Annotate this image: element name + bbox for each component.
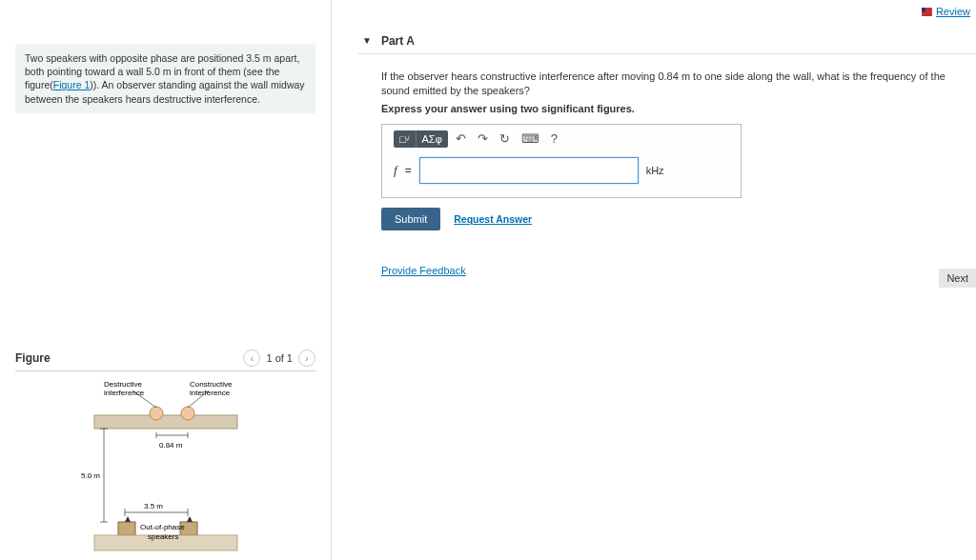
question-body: If the observer hears constructive inter…	[358, 54, 976, 276]
figure-image: Destructive interference Constructive in…	[15, 379, 315, 560]
figure-panel: Figure ‹ 1 of 1 › Destructive	[15, 350, 315, 560]
review-link[interactable]: Review	[922, 6, 970, 17]
svg-rect-21	[118, 522, 135, 535]
submit-button[interactable]: Submit	[381, 208, 440, 230]
svg-rect-0	[94, 415, 237, 429]
figure-next-button[interactable]: ›	[298, 350, 315, 367]
equals-sign: =	[405, 164, 412, 177]
provide-feedback-link[interactable]: Provide Feedback	[381, 265, 466, 276]
help-icon[interactable]: ?	[547, 131, 561, 146]
figure-counter: 1 of 1	[266, 352, 293, 364]
answer-toolbar: □√ ΑΣφ ↶ ↷ ↻ ⌨ ?	[390, 130, 733, 148]
collapse-caret-icon: ▼	[362, 35, 372, 46]
variable-label: f	[394, 163, 397, 178]
request-answer-link[interactable]: Request Answer	[454, 213, 532, 225]
svg-marker-24	[187, 516, 193, 522]
question-instruction: Express your answer using two significan…	[381, 103, 966, 114]
problem-statement: Two speakers with opposite phase are pos…	[15, 44, 315, 113]
reset-icon[interactable]: ↻	[496, 131, 514, 146]
svg-point-2	[181, 407, 194, 420]
question-text: If the observer hears constructive inter…	[381, 70, 966, 99]
svg-text:Constructive: Constructive	[190, 380, 233, 389]
flag-icon	[922, 8, 932, 16]
svg-marker-22	[125, 516, 131, 522]
svg-text:3.5 m: 3.5 m	[144, 502, 163, 510]
undo-icon[interactable]: ↶	[452, 131, 470, 146]
next-button[interactable]: Next	[939, 269, 976, 288]
left-panel: Two speakers with opposite phase are pos…	[0, 0, 332, 560]
tool-template-icon[interactable]: □√	[394, 130, 417, 148]
part-a-label: Part A	[381, 34, 415, 48]
svg-text:0.84 m: 0.84 m	[159, 441, 183, 450]
unit-label: kHz	[646, 165, 664, 176]
answer-box: □√ ΑΣφ ↶ ↷ ↻ ⌨ ? f = kHz	[381, 124, 742, 198]
figure-title: Figure	[15, 351, 51, 365]
figure-header: Figure ‹ 1 of 1 ›	[15, 350, 315, 371]
right-panel: Review ▼ Part A If the observer hears co…	[332, 0, 976, 560]
answer-input[interactable]	[419, 157, 639, 184]
svg-text:interference: interference	[190, 389, 231, 397]
tool-symbols-icon[interactable]: ΑΣφ	[417, 130, 448, 148]
svg-point-1	[150, 407, 163, 420]
figure-nav: ‹ 1 of 1 ›	[243, 350, 315, 367]
redo-icon[interactable]: ↷	[474, 131, 492, 146]
svg-text:Out-of-phase: Out-of-phase	[140, 523, 185, 531]
svg-rect-29	[922, 8, 925, 12]
keyboard-icon[interactable]: ⌨	[518, 131, 543, 146]
part-a-header[interactable]: ▼ Part A	[358, 25, 976, 54]
figure-prev-button[interactable]: ‹	[243, 350, 260, 367]
svg-text:Destructive: Destructive	[104, 380, 143, 389]
svg-text:interference: interference	[104, 389, 145, 397]
svg-text:5.0 m: 5.0 m	[81, 471, 100, 480]
figure-link[interactable]: Figure 1	[53, 79, 91, 90]
svg-text:speakers: speakers	[148, 532, 178, 541]
